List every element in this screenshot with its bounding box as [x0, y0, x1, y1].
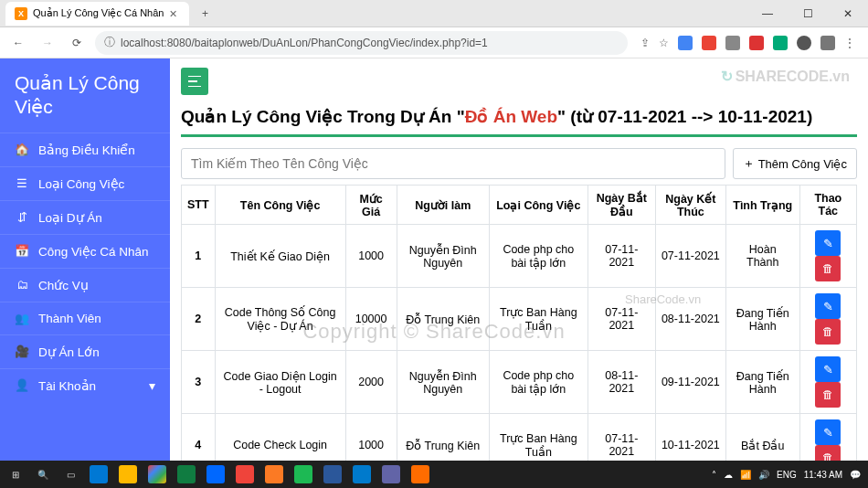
tray-wifi-icon[interactable]: 📶 [740, 470, 751, 480]
cell-kt: 08-11-2021 [655, 288, 725, 351]
sidebar-item-1[interactable]: ☰Loại Công Việc [0, 166, 170, 200]
url-input[interactable]: ⓘ localhost:8080/baitaplonweb/DuAnLon/Ph… [95, 31, 628, 55]
edit-button[interactable]: ✎ [815, 419, 841, 445]
edit-button[interactable]: ✎ [815, 230, 841, 256]
back-button[interactable]: ← [7, 32, 29, 54]
forward-button: → [37, 32, 58, 54]
delete-button[interactable]: 🗑 [815, 445, 841, 461]
table-header: STT [182, 186, 216, 225]
sidebar-item-7[interactable]: 👤Tài Khoản▾ [0, 368, 170, 402]
new-tab-button[interactable]: + [195, 4, 215, 24]
cell-tt: Đang Tiến Hành [725, 288, 799, 351]
add-task-button[interactable]: ＋ Thêm Công Việc [733, 148, 857, 179]
cell-bd: 07-11-2021 [587, 414, 655, 461]
cell-loai: Code php cho bài tập lớn [489, 351, 587, 414]
tray-lang[interactable]: ENG [777, 470, 797, 480]
sidebar-item-3[interactable]: 📅Công Việc Cá Nhân [0, 234, 170, 268]
menu-icon[interactable]: ⋮ [844, 37, 855, 49]
delete-button[interactable]: 🗑 [815, 382, 841, 408]
cell-bd: 07-11-2021 [587, 225, 655, 288]
toggle-sidebar-button[interactable] [181, 68, 208, 95]
cell-ten: Code Giao Diện Login - Logout [215, 351, 345, 414]
ext-icon-1[interactable] [678, 36, 693, 50]
tb-app-chrome[interactable] [144, 461, 170, 487]
sidebar-item-6[interactable]: 🎥Dự Án Lớn [0, 334, 170, 368]
table-row: 2 Code Thông Số Công Việc - Dự Án 10000 … [182, 288, 857, 351]
sidebar-item-4[interactable]: 🗂Chức Vụ [0, 268, 170, 302]
cell-actions: ✎ 🗑 [799, 225, 856, 288]
ext-icon-2[interactable] [702, 36, 716, 50]
main-content: ↻SHARECODE.vn Quản Lý Công Việc Trong Dự… [170, 58, 868, 461]
task-view-icon[interactable]: ▭ [58, 462, 82, 486]
tray-onedrive-icon[interactable]: ☁ [724, 470, 733, 480]
delete-button[interactable]: 🗑 [815, 319, 841, 345]
window-maximize[interactable]: ☐ [788, 0, 828, 27]
table-header: Loại Công Việc [489, 186, 587, 225]
cell-actions: ✎ 🗑 [799, 414, 856, 461]
tray-time[interactable]: 11:43 AM [804, 470, 842, 480]
tb-app-spotify[interactable] [291, 461, 316, 487]
start-button[interactable]: ⊞ [4, 462, 27, 486]
tb-app-word[interactable] [320, 461, 345, 487]
sidebar-item-2[interactable]: ⇵Loại Dự Án [0, 200, 170, 234]
tb-app-explorer[interactable] [115, 461, 141, 487]
cell-actions: ✎ 🗑 [799, 288, 856, 351]
ext-icon-7[interactable] [820, 36, 835, 50]
info-icon: ⓘ [104, 35, 115, 50]
sidebar-item-icon: ☰ [15, 176, 29, 190]
table-header: Người làm [397, 186, 489, 225]
close-icon[interactable]: ✕ [169, 8, 180, 19]
tb-app-edge[interactable] [86, 461, 111, 487]
sidebar-item-label: Bảng Điều Khiển [38, 143, 135, 157]
tb-app-vscode[interactable] [349, 461, 375, 487]
search-input[interactable] [181, 148, 725, 179]
tb-app-excel[interactable] [174, 461, 199, 487]
app-brand: Quản Lý Công Việc [0, 58, 170, 133]
tb-app-anydesk[interactable] [232, 461, 258, 487]
table-row: 3 Code Giao Diện Login - Logout 2000 Ngu… [182, 351, 857, 414]
ext-icon-3[interactable] [725, 36, 740, 50]
tab-favicon: X [15, 7, 27, 20]
table-header: Mức Giá [345, 186, 397, 225]
cell-actions: ✎ 🗑 [799, 351, 856, 414]
tb-app-teams[interactable] [378, 461, 404, 487]
cell-loai: Code php cho bài tập lớn [489, 225, 587, 288]
tb-app-foxit[interactable] [408, 461, 433, 487]
ext-icon-4[interactable] [749, 36, 764, 50]
sidebar-item-icon: 🏠 [15, 143, 29, 156]
tb-app-zalo[interactable] [203, 461, 228, 487]
ext-icon-5[interactable] [773, 36, 788, 50]
edit-button[interactable]: ✎ [815, 356, 841, 382]
sidebar-item-label: Tài Khoản [38, 378, 96, 393]
cell-nguoi: Đỗ Trung Kiên [397, 414, 489, 461]
tb-app-xampp[interactable] [261, 461, 287, 487]
tray-notifications-icon[interactable]: 💬 [850, 470, 861, 480]
browser-tab[interactable]: X Quản Lý Công Việc Cá Nhân ✕ [5, 2, 189, 26]
sidebar-item-icon: 🎥 [15, 345, 29, 358]
ext-icon-6[interactable] [797, 36, 811, 50]
sidebar-item-label: Loại Dự Án [38, 210, 102, 225]
window-close[interactable]: ✕ [828, 0, 868, 27]
sidebar-item-label: Chức Vụ [38, 278, 89, 292]
task-table: STTTên Công ViệcMức GiáNgười làmLoại Côn… [181, 185, 857, 461]
tray-chevron-icon[interactable]: ˄ [712, 470, 716, 480]
chevron-down-icon: ▾ [149, 378, 155, 393]
edit-button[interactable]: ✎ [815, 293, 841, 319]
cell-bd: 07-11-2021 [587, 288, 655, 351]
star-icon[interactable]: ☆ [659, 37, 669, 49]
share-icon[interactable]: ⇪ [640, 37, 650, 49]
window-minimize[interactable]: — [747, 0, 788, 27]
delete-button[interactable]: 🗑 [815, 256, 841, 281]
sidebar-item-icon: 👥 [15, 312, 29, 325]
windows-taskbar: ⊞ 🔍 ▭ ˄ ☁ 📶 🔊 ENG 11:43 AM 💬 [0, 461, 868, 488]
sidebar-item-label: Thành Viên [38, 312, 101, 325]
extension-icons: ⇪ ☆ ⋮ [635, 36, 861, 50]
sidebar-item-5[interactable]: 👥Thành Viên [0, 302, 170, 334]
tray-volume-icon[interactable]: 🔊 [758, 470, 769, 480]
sidebar-item-0[interactable]: 🏠Bảng Điều Khiển [0, 133, 170, 166]
cell-stt: 2 [182, 288, 216, 351]
search-icon[interactable]: 🔍 [31, 462, 55, 486]
reload-button[interactable]: ⟳ [66, 32, 88, 54]
cell-gia: 1000 [345, 225, 397, 288]
cell-tt: Bắt Đầu [725, 414, 799, 461]
